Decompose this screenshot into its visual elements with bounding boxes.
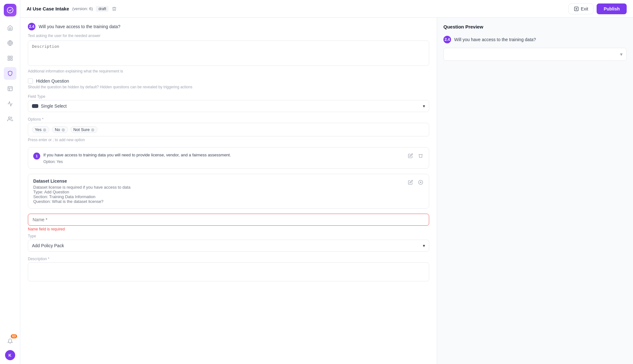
delete-draft-button[interactable]	[112, 6, 117, 11]
preview-question-row: 2.4 Will you have access to the training…	[443, 36, 627, 43]
type-chevron-icon: ▾	[423, 243, 425, 248]
dataset-card-question: Question: What is the dataset license?	[33, 199, 424, 204]
exit-label: Exit	[581, 6, 588, 11]
answer-hint: Text asking the user for the needed answ…	[28, 34, 429, 38]
options-label: Options *	[28, 117, 429, 122]
name-input[interactable]	[28, 214, 429, 226]
svg-rect-4	[10, 56, 12, 58]
sidebar-item-users[interactable]	[4, 113, 16, 125]
preview-chevron-icon: ▾	[620, 51, 623, 57]
remove-dataset-button[interactable]	[417, 179, 424, 186]
options-group: Options * Yes ⊗ No ⊗ Not Sure ⊗ Pres	[28, 117, 429, 142]
action-card: 1 If you have access to training data yo…	[28, 147, 429, 169]
dataset-card-title: Dataset License	[33, 179, 424, 184]
sidebar-item-home[interactable]	[4, 22, 16, 34]
publish-button[interactable]: Publish	[597, 3, 627, 14]
option-not-sure-label: Not Sure	[73, 127, 90, 132]
field-type-select[interactable]: Single Select ▾	[28, 100, 429, 112]
option-yes-remove[interactable]: ⊗	[43, 128, 47, 132]
main-wrapper: AI Use Case Intake (version: 6) draft Ex…	[20, 0, 633, 364]
content-area: 2.4 Will you have access to the training…	[20, 18, 633, 364]
action-content: If you have access to training data you …	[43, 152, 231, 164]
draft-badge: draft	[96, 6, 109, 12]
svg-rect-5	[8, 59, 9, 60]
sidebar-item-activity[interactable]	[4, 97, 16, 110]
sidebar-item-grid[interactable]	[4, 52, 16, 65]
question-header-row: 2.4 Will you have access to the training…	[28, 18, 429, 32]
option-no: No ⊗	[52, 126, 68, 133]
delete-action-button[interactable]	[417, 152, 424, 160]
hidden-question-checkbox[interactable]	[28, 78, 33, 84]
option-no-remove[interactable]: ⊗	[61, 128, 65, 132]
dataset-icons	[407, 179, 424, 186]
option-no-label: No	[55, 127, 60, 132]
preview-title: Question Preview	[443, 24, 627, 29]
action-text: If you have access to training data you …	[43, 152, 231, 158]
description2-wrapper: Description *	[28, 257, 429, 283]
dataset-license-card: Dataset License Dataset license is requi…	[28, 174, 429, 209]
field-type-value: Single Select	[41, 104, 67, 109]
app-logo[interactable]	[4, 4, 16, 16]
edit-action-button[interactable]	[407, 152, 414, 160]
additional-hint: Additional information explaining what t…	[28, 69, 429, 73]
option-not-sure: Not Sure ⊗	[71, 126, 97, 133]
hidden-question-row: Hidden Question	[28, 78, 429, 84]
hidden-question-desc: Should the question be hidden by default…	[28, 85, 429, 89]
sidebar: 63 K	[0, 0, 20, 364]
type-group: Type Add Policy Pack ▾	[28, 234, 429, 252]
dataset-card-type: Type: Add Question	[33, 190, 424, 194]
field-type-inner: Single Select	[32, 104, 67, 109]
dataset-card-section: Section: Training Data Information	[33, 194, 424, 199]
dataset-card-desc: Dataset license is required if you have …	[33, 185, 424, 190]
question-badge: 2.4	[28, 23, 35, 30]
option-yes: Yes ⊗	[32, 126, 49, 133]
field-type-group: Field Type Single Select ▾	[28, 94, 429, 112]
name-error: Name field is required	[28, 227, 429, 231]
preview-question-badge: 2.4	[443, 36, 451, 43]
notifications-icon[interactable]: 63	[4, 335, 16, 348]
option-not-sure-remove[interactable]: ⊗	[91, 128, 95, 132]
options-hint: Press enter or ; to add new option	[28, 138, 429, 142]
field-type-label: Field Type	[28, 94, 429, 99]
description2-label: Description *	[28, 257, 429, 261]
avatar[interactable]: K	[5, 350, 15, 360]
edit-dataset-button[interactable]	[407, 179, 414, 186]
options-box[interactable]: Yes ⊗ No ⊗ Not Sure ⊗	[28, 123, 429, 136]
svg-rect-3	[8, 56, 9, 58]
topbar-right: Exit Publish	[568, 3, 627, 14]
type-value: Add Policy Pack	[32, 243, 64, 248]
svg-point-10	[8, 117, 10, 119]
form-panel: 2.4 Will you have access to the training…	[20, 18, 437, 364]
exit-button[interactable]: Exit	[568, 3, 593, 14]
notification-count: 63	[11, 334, 17, 338]
app-version: (version: 6)	[72, 6, 93, 11]
option-yes-label: Yes	[35, 127, 41, 132]
preview-dropdown[interactable]: ▾	[443, 48, 627, 61]
name-field-wrapper: Name field is required	[28, 214, 429, 231]
preview-question-text: Will you have access to the training dat…	[454, 37, 536, 42]
type-label: Type	[28, 234, 429, 238]
action-number: 1	[33, 153, 40, 160]
svg-rect-7	[8, 86, 12, 91]
action-card-header: 1 If you have access to training data yo…	[33, 152, 424, 164]
question-text: Will you have access to the training dat…	[39, 24, 120, 29]
svg-point-0	[7, 7, 13, 13]
action-option: Option: Yes	[43, 160, 231, 164]
description-textarea[interactable]	[28, 41, 429, 66]
sidebar-item-layout[interactable]	[4, 82, 16, 95]
action-icons	[407, 152, 424, 160]
topbar: AI Use Case Intake (version: 6) draft Ex…	[20, 0, 633, 18]
app-title: AI Use Case Intake	[27, 6, 69, 11]
sidebar-bottom: 63 K	[4, 335, 16, 360]
select-pill-icon	[32, 104, 38, 108]
sidebar-item-shield[interactable]	[4, 67, 16, 80]
chevron-down-icon: ▾	[423, 104, 425, 109]
sidebar-item-globe[interactable]	[4, 37, 16, 49]
preview-panel: Question Preview 2.4 Will you have acces…	[437, 18, 633, 364]
type-select[interactable]: Add Policy Pack ▾	[28, 240, 429, 252]
svg-rect-6	[10, 59, 12, 60]
hidden-question-label: Hidden Question	[36, 78, 69, 84]
description2-textarea[interactable]	[28, 262, 429, 281]
